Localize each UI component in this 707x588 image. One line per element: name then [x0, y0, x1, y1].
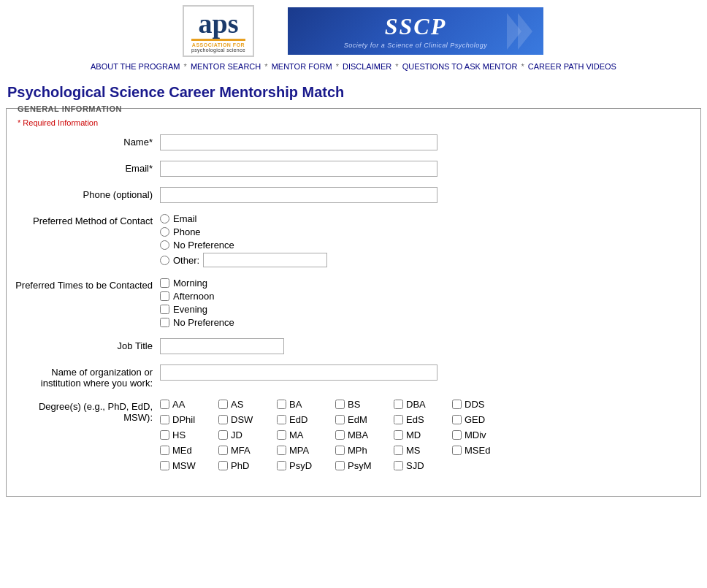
degree-md-cb[interactable] [394, 430, 403, 440]
degree-as-cb[interactable] [218, 400, 228, 409]
time-evening[interactable]: Evening [160, 304, 686, 315]
degree-mpa[interactable]: MPA [277, 445, 321, 456]
degree-mpa-cb[interactable] [277, 446, 286, 455]
nav-disclaimer[interactable]: DISCLAIMER [343, 62, 391, 71]
degree-sjd[interactable]: SJD [394, 460, 437, 471]
degree-dds[interactable]: DDS [452, 399, 496, 410]
degree-bs[interactable]: BS [335, 399, 379, 410]
time-nopref-checkbox[interactable] [160, 318, 169, 327]
nav-sep-1: * [184, 62, 189, 71]
degree-mba[interactable]: MBA [335, 429, 379, 440]
contact-method-email-radio[interactable] [160, 214, 169, 224]
degree-mfa[interactable]: MFA [218, 445, 262, 456]
degree-psyd-cb[interactable] [277, 461, 286, 470]
nav-questions[interactable]: QUESTIONS TO ASK MENTOR [402, 62, 518, 71]
organization-input[interactable] [160, 364, 437, 381]
degree-phd-cb[interactable] [218, 461, 228, 470]
degree-dphil-cb[interactable] [160, 415, 169, 424]
degree-bs-cb[interactable] [335, 400, 345, 409]
contact-method-email[interactable]: Email [160, 213, 686, 224]
time-morning[interactable]: Morning [160, 278, 686, 289]
time-afternoon[interactable]: Afternoon [160, 291, 686, 302]
degree-edm[interactable]: EdM [335, 414, 379, 425]
contact-method-nopref-radio[interactable] [160, 240, 169, 250]
job-title-label: Job Title [14, 338, 160, 351]
degree-md[interactable]: MD [394, 429, 437, 440]
name-label: Name* [14, 134, 160, 148]
degree-ba[interactable]: BA [277, 399, 321, 410]
sscp-subtitle: Society for a Science of Clinical Psycho… [344, 42, 488, 49]
aps-sub: association for [191, 42, 245, 47]
degree-ms-cb[interactable] [394, 446, 403, 455]
degree-msed[interactable]: MSEd [452, 445, 496, 456]
nav-sep-2: * [264, 62, 270, 71]
aps-full: psychological science [191, 47, 245, 53]
degree-jd-cb[interactable] [218, 430, 228, 440]
degree-ma[interactable]: MA [277, 429, 321, 440]
degree-msw-cb[interactable] [160, 461, 169, 470]
time-afternoon-checkbox[interactable] [160, 291, 169, 301]
degree-dsw[interactable]: DSW [218, 414, 262, 425]
degree-med[interactable]: MEd [160, 445, 204, 456]
required-note: * Required Information [14, 118, 686, 127]
degree-sjd-cb[interactable] [394, 461, 403, 470]
degree-aa-cb[interactable] [160, 400, 169, 409]
degree-hs[interactable]: HS [160, 429, 204, 440]
degree-psym-cb[interactable] [335, 461, 345, 470]
degree-psyd[interactable]: PsyD [277, 460, 321, 471]
degree-aa[interactable]: AA [160, 399, 204, 410]
degree-mph-cb[interactable] [335, 446, 345, 455]
degree-psym[interactable]: PsyM [335, 460, 379, 471]
job-title-input[interactable] [160, 338, 284, 354]
degree-ma-cb[interactable] [277, 430, 286, 440]
time-evening-checkbox[interactable] [160, 305, 169, 314]
degree-edd[interactable]: EdD [277, 414, 321, 425]
degree-jd[interactable]: JD [218, 429, 262, 440]
nav-career[interactable]: CAREER PATH VIDEOS [528, 62, 616, 71]
degree-ba-cb[interactable] [277, 400, 286, 409]
name-input[interactable] [160, 134, 437, 150]
degree-mph[interactable]: MPh [335, 445, 379, 456]
degree-mfa-cb[interactable] [218, 446, 228, 455]
degree-dba-cb[interactable] [394, 400, 403, 409]
contact-method-other[interactable]: Other: [160, 255, 199, 266]
general-info-section: GENERAL INFORMATION * Required Informati… [6, 108, 701, 497]
degree-hs-cb[interactable] [160, 430, 169, 440]
phone-input[interactable] [160, 187, 437, 203]
degree-dds-cb[interactable] [452, 400, 462, 409]
degree-med-cb[interactable] [160, 446, 169, 455]
degree-phd[interactable]: PhD [218, 460, 262, 471]
nav-about[interactable]: ABOUT THE PROGRAM [91, 62, 180, 71]
organization-row: Name of organization or institution wher… [14, 364, 686, 389]
time-morning-label: Morning [173, 278, 207, 289]
degree-ms[interactable]: MS [394, 445, 437, 456]
degree-edd-cb[interactable] [277, 415, 286, 424]
time-morning-checkbox[interactable] [160, 278, 169, 288]
degree-msed-cb[interactable] [452, 446, 462, 455]
contact-method-other-input[interactable] [203, 253, 327, 267]
degree-eds[interactable]: EdS [394, 414, 437, 425]
degree-edm-cb[interactable] [335, 415, 345, 424]
degree-mba-cb[interactable] [335, 430, 345, 440]
contact-method-phone-radio[interactable] [160, 227, 169, 237]
degrees-row-5: MSW PhD PsyD PsyM SJD [160, 460, 686, 471]
nav-mentor-form[interactable]: MENTOR FORM [272, 62, 332, 71]
degree-ged[interactable]: GED [452, 414, 496, 425]
degree-dphil[interactable]: DPhil [160, 414, 204, 425]
contact-method-other-radio[interactable] [160, 256, 169, 265]
degree-msw[interactable]: MSW [160, 460, 204, 471]
degree-eds-cb[interactable] [394, 415, 403, 424]
degree-dba[interactable]: DBA [394, 399, 437, 410]
degree-mdiv[interactable]: MDiv [452, 429, 496, 440]
time-no-pref[interactable]: No Preference [160, 317, 686, 328]
degree-as[interactable]: AS [218, 399, 262, 410]
job-title-wrap [160, 338, 686, 354]
degree-mdiv-cb[interactable] [452, 430, 462, 440]
phone-label: Phone (optional) [14, 187, 160, 200]
degree-dsw-cb[interactable] [218, 415, 228, 424]
nav-mentor-search[interactable]: MENTOR SEARCH [191, 62, 261, 71]
email-input[interactable] [160, 161, 437, 177]
contact-method-no-pref[interactable]: No Preference [160, 240, 686, 251]
contact-method-phone[interactable]: Phone [160, 226, 686, 237]
degree-ged-cb[interactable] [452, 415, 462, 424]
